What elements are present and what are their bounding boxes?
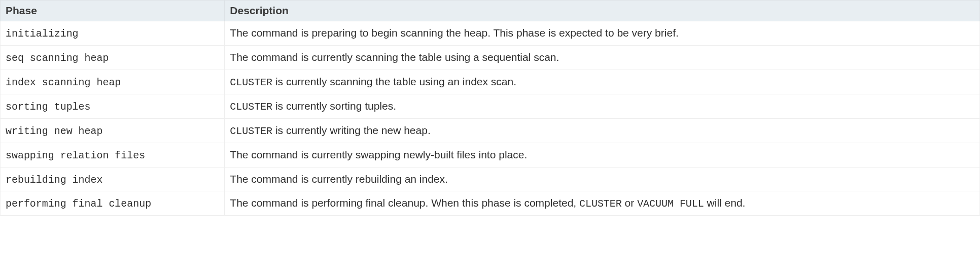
- phase-cell: rebuilding index: [1, 167, 225, 191]
- phase-value: performing final cleanup: [6, 198, 151, 210]
- inline-code: CLUSTER: [230, 77, 272, 88]
- inline-code: VACUUM FULL: [637, 198, 704, 210]
- description-text: The command is performing final cleanup.…: [230, 197, 579, 209]
- table-row: index scanning heapCLUSTER is currently …: [1, 70, 980, 94]
- phase-cell: writing new heap: [1, 118, 225, 143]
- description-cell: CLUSTER is currently sorting tuples.: [225, 94, 980, 118]
- table-row: swapping relation filesThe command is cu…: [1, 143, 980, 167]
- phase-cell: initializing: [1, 21, 225, 46]
- col-header-phase: Phase: [1, 1, 225, 21]
- table-body: initializingThe command is preparing to …: [1, 21, 980, 216]
- phase-value: writing new heap: [6, 125, 102, 137]
- table-row: seq scanning heapThe command is currentl…: [1, 45, 980, 70]
- description-text: is currently writing the new heap.: [272, 124, 431, 136]
- description-cell: The command is currently rebuilding an i…: [225, 167, 980, 191]
- phase-value: index scanning heap: [6, 77, 121, 88]
- description-text: The command is currently rebuilding an i…: [230, 173, 448, 185]
- phase-cell: swapping relation files: [1, 143, 225, 167]
- description-text: The command is currently swapping newly-…: [230, 149, 527, 160]
- phase-cell: performing final cleanup: [1, 191, 225, 216]
- description-cell: The command is performing final cleanup.…: [225, 191, 980, 216]
- description-text: The command is currently scanning the ta…: [230, 51, 559, 63]
- table-row: rebuilding indexThe command is currently…: [1, 167, 980, 191]
- inline-code: CLUSTER: [230, 125, 272, 137]
- table-row: initializingThe command is preparing to …: [1, 21, 980, 46]
- description-text: is currently sorting tuples.: [272, 100, 396, 112]
- phases-table: Phase Description initializingThe comman…: [0, 0, 980, 216]
- description-cell: The command is currently scanning the ta…: [225, 45, 980, 70]
- table-row: performing final cleanupThe command is p…: [1, 191, 980, 216]
- inline-code: CLUSTER: [230, 101, 272, 113]
- phase-cell: index scanning heap: [1, 70, 225, 94]
- phase-value: initializing: [6, 28, 79, 40]
- phase-cell: seq scanning heap: [1, 45, 225, 70]
- description-text: or: [622, 197, 637, 209]
- description-text: The command is preparing to begin scanni…: [230, 27, 678, 39]
- description-cell: CLUSTER is currently writing the new hea…: [225, 118, 980, 143]
- table-header-row: Phase Description: [1, 1, 980, 21]
- phase-value: seq scanning heap: [6, 52, 109, 64]
- inline-code: CLUSTER: [579, 198, 622, 210]
- description-text: is currently scanning the table using an…: [272, 76, 516, 87]
- table-row: writing new heapCLUSTER is currently wri…: [1, 118, 980, 143]
- col-header-description: Description: [225, 1, 980, 21]
- phase-value: sorting tuples: [6, 101, 91, 113]
- table-row: sorting tuplesCLUSTER is currently sorti…: [1, 94, 980, 118]
- description-cell: The command is currently swapping newly-…: [225, 143, 980, 167]
- phase-value: swapping relation files: [6, 150, 145, 161]
- description-cell: The command is preparing to begin scanni…: [225, 21, 980, 46]
- description-cell: CLUSTER is currently scanning the table …: [225, 70, 980, 94]
- phase-cell: sorting tuples: [1, 94, 225, 118]
- phase-value: rebuilding index: [6, 174, 102, 186]
- description-text: will end.: [704, 197, 746, 209]
